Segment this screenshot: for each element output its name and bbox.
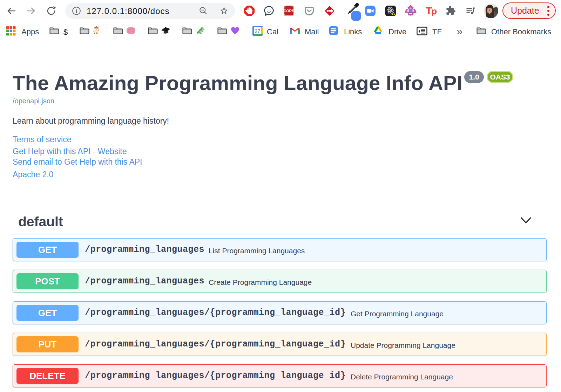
svg-text:27: 27 — [255, 28, 260, 34]
svg-text:CORS: CORS — [284, 9, 294, 13]
